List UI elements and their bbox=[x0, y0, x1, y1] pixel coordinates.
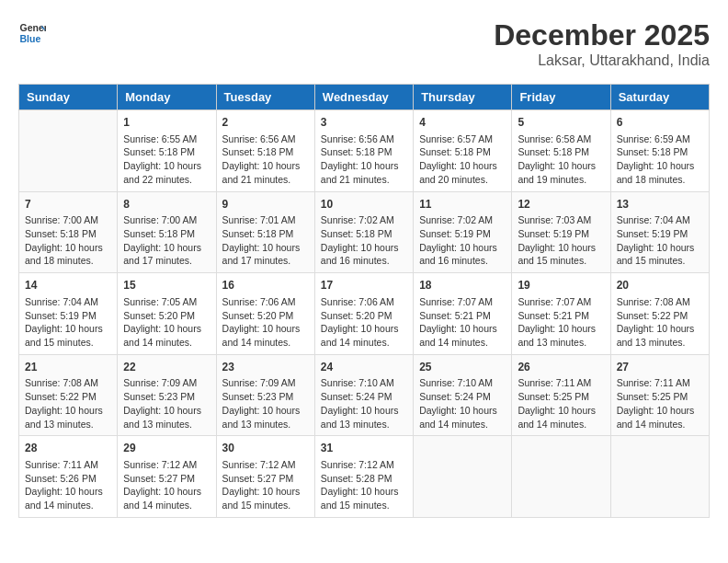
day-number: 8 bbox=[123, 197, 210, 213]
day-number: 18 bbox=[419, 278, 506, 293]
day-number: 4 bbox=[419, 115, 506, 131]
day-of-week-header: Monday bbox=[118, 85, 216, 110]
calendar-cell: 28Sunrise: 7:11 AM Sunset: 5:26 PM Dayli… bbox=[19, 436, 118, 518]
calendar-header: SundayMondayTuesdayWednesdayThursdayFrid… bbox=[19, 85, 710, 110]
day-of-week-header: Wednesday bbox=[314, 85, 413, 110]
calendar-cell: 1Sunrise: 6:55 AM Sunset: 5:18 PM Daylig… bbox=[118, 110, 216, 192]
day-header-row: SundayMondayTuesdayWednesdayThursdayFrid… bbox=[19, 85, 710, 110]
day-number: 9 bbox=[222, 197, 309, 213]
day-of-week-header: Tuesday bbox=[216, 85, 314, 110]
day-info: Sunrise: 6:55 AM Sunset: 5:18 PM Dayligh… bbox=[123, 132, 210, 187]
calendar-cell: 31Sunrise: 7:12 AM Sunset: 5:28 PM Dayli… bbox=[314, 436, 413, 518]
calendar-cell: 23Sunrise: 7:09 AM Sunset: 5:23 PM Dayli… bbox=[216, 354, 314, 436]
day-number: 19 bbox=[518, 278, 604, 293]
logo: General Blue bbox=[18, 18, 46, 46]
calendar-cell bbox=[19, 110, 118, 192]
calendar-week-row: 21Sunrise: 7:08 AM Sunset: 5:22 PM Dayli… bbox=[19, 354, 710, 436]
day-info: Sunrise: 7:00 AM Sunset: 5:18 PM Dayligh… bbox=[123, 213, 210, 268]
calendar-table: SundayMondayTuesdayWednesdayThursdayFrid… bbox=[18, 84, 710, 518]
calendar-cell: 8Sunrise: 7:00 AM Sunset: 5:18 PM Daylig… bbox=[118, 191, 216, 273]
day-info: Sunrise: 7:11 AM Sunset: 5:26 PM Dayligh… bbox=[25, 458, 111, 512]
day-of-week-header: Friday bbox=[512, 85, 610, 110]
day-number: 30 bbox=[222, 441, 309, 456]
calendar-cell: 13Sunrise: 7:04 AM Sunset: 5:19 PM Dayli… bbox=[610, 191, 709, 273]
calendar-cell bbox=[414, 436, 512, 518]
day-info: Sunrise: 7:12 AM Sunset: 5:27 PM Dayligh… bbox=[123, 458, 210, 512]
calendar-week-row: 1Sunrise: 6:55 AM Sunset: 5:18 PM Daylig… bbox=[19, 110, 710, 192]
calendar-cell: 20Sunrise: 7:08 AM Sunset: 5:22 PM Dayli… bbox=[610, 273, 709, 355]
location-subtitle: Laksar, Uttarakhand, India bbox=[494, 52, 710, 69]
day-number: 3 bbox=[321, 115, 407, 131]
calendar-cell: 29Sunrise: 7:12 AM Sunset: 5:27 PM Dayli… bbox=[118, 436, 216, 518]
day-number: 5 bbox=[518, 115, 604, 131]
calendar-cell: 27Sunrise: 7:11 AM Sunset: 5:25 PM Dayli… bbox=[610, 354, 709, 436]
calendar-week-row: 28Sunrise: 7:11 AM Sunset: 5:26 PM Dayli… bbox=[19, 436, 710, 518]
day-number: 10 bbox=[321, 197, 407, 213]
day-of-week-header: Thursday bbox=[414, 85, 512, 110]
day-of-week-header: Sunday bbox=[19, 85, 118, 110]
calendar-cell: 30Sunrise: 7:12 AM Sunset: 5:27 PM Dayli… bbox=[216, 436, 314, 518]
day-number: 28 bbox=[25, 441, 111, 456]
page-header: General Blue December 2025 Laksar, Uttar… bbox=[18, 18, 710, 69]
day-number: 2 bbox=[222, 115, 309, 131]
day-number: 24 bbox=[321, 360, 407, 375]
day-info: Sunrise: 7:07 AM Sunset: 5:21 PM Dayligh… bbox=[518, 295, 604, 350]
calendar-week-row: 7Sunrise: 7:00 AM Sunset: 5:18 PM Daylig… bbox=[19, 191, 710, 273]
calendar-cell: 26Sunrise: 7:11 AM Sunset: 5:25 PM Dayli… bbox=[512, 354, 610, 436]
day-number: 15 bbox=[123, 278, 210, 293]
day-number: 20 bbox=[617, 278, 703, 293]
day-number: 21 bbox=[25, 360, 111, 375]
day-number: 7 bbox=[25, 197, 111, 213]
calendar-cell: 3Sunrise: 6:56 AM Sunset: 5:18 PM Daylig… bbox=[314, 110, 413, 192]
calendar-cell: 21Sunrise: 7:08 AM Sunset: 5:22 PM Dayli… bbox=[19, 354, 118, 436]
day-info: Sunrise: 6:59 AM Sunset: 5:18 PM Dayligh… bbox=[617, 132, 703, 187]
day-info: Sunrise: 7:12 AM Sunset: 5:28 PM Dayligh… bbox=[321, 458, 407, 512]
day-info: Sunrise: 7:01 AM Sunset: 5:18 PM Dayligh… bbox=[222, 213, 309, 268]
calendar-cell: 22Sunrise: 7:09 AM Sunset: 5:23 PM Dayli… bbox=[118, 354, 216, 436]
calendar-cell: 10Sunrise: 7:02 AM Sunset: 5:18 PM Dayli… bbox=[314, 191, 413, 273]
calendar-cell bbox=[610, 436, 709, 518]
calendar-cell: 12Sunrise: 7:03 AM Sunset: 5:19 PM Dayli… bbox=[512, 191, 610, 273]
day-number: 25 bbox=[419, 360, 506, 375]
day-number: 12 bbox=[518, 197, 604, 213]
month-year-title: December 2025 bbox=[494, 18, 710, 52]
calendar-cell: 16Sunrise: 7:06 AM Sunset: 5:20 PM Dayli… bbox=[216, 273, 314, 355]
day-info: Sunrise: 7:02 AM Sunset: 5:19 PM Dayligh… bbox=[419, 213, 506, 268]
calendar-cell: 5Sunrise: 6:58 AM Sunset: 5:18 PM Daylig… bbox=[512, 110, 610, 192]
day-info: Sunrise: 7:05 AM Sunset: 5:20 PM Dayligh… bbox=[123, 295, 210, 350]
logo-icon: General Blue bbox=[18, 18, 46, 46]
day-info: Sunrise: 7:10 AM Sunset: 5:24 PM Dayligh… bbox=[321, 376, 407, 431]
day-info: Sunrise: 7:00 AM Sunset: 5:18 PM Dayligh… bbox=[25, 213, 111, 268]
calendar-cell: 9Sunrise: 7:01 AM Sunset: 5:18 PM Daylig… bbox=[216, 191, 314, 273]
calendar-cell: 7Sunrise: 7:00 AM Sunset: 5:18 PM Daylig… bbox=[19, 191, 118, 273]
svg-text:Blue: Blue bbox=[20, 33, 41, 44]
day-of-week-header: Saturday bbox=[610, 85, 709, 110]
calendar-body: 1Sunrise: 6:55 AM Sunset: 5:18 PM Daylig… bbox=[19, 110, 710, 518]
day-number: 26 bbox=[518, 360, 604, 375]
day-number: 13 bbox=[617, 197, 703, 213]
title-block: December 2025 Laksar, Uttarakhand, India bbox=[494, 18, 710, 69]
day-info: Sunrise: 7:09 AM Sunset: 5:23 PM Dayligh… bbox=[222, 376, 309, 431]
day-info: Sunrise: 6:57 AM Sunset: 5:18 PM Dayligh… bbox=[419, 132, 506, 187]
day-info: Sunrise: 7:12 AM Sunset: 5:27 PM Dayligh… bbox=[222, 458, 309, 512]
day-info: Sunrise: 7:02 AM Sunset: 5:18 PM Dayligh… bbox=[321, 213, 407, 268]
day-info: Sunrise: 7:04 AM Sunset: 5:19 PM Dayligh… bbox=[25, 295, 111, 350]
day-number: 11 bbox=[419, 197, 506, 213]
day-info: Sunrise: 7:08 AM Sunset: 5:22 PM Dayligh… bbox=[617, 295, 703, 350]
calendar-cell: 15Sunrise: 7:05 AM Sunset: 5:20 PM Dayli… bbox=[118, 273, 216, 355]
day-number: 16 bbox=[222, 278, 309, 293]
day-info: Sunrise: 7:09 AM Sunset: 5:23 PM Dayligh… bbox=[123, 376, 210, 431]
day-number: 14 bbox=[25, 278, 111, 293]
day-number: 22 bbox=[123, 360, 210, 375]
day-number: 17 bbox=[321, 278, 407, 293]
calendar-cell: 25Sunrise: 7:10 AM Sunset: 5:24 PM Dayli… bbox=[414, 354, 512, 436]
day-info: Sunrise: 7:04 AM Sunset: 5:19 PM Dayligh… bbox=[617, 213, 703, 268]
calendar-cell bbox=[512, 436, 610, 518]
calendar-week-row: 14Sunrise: 7:04 AM Sunset: 5:19 PM Dayli… bbox=[19, 273, 710, 355]
day-info: Sunrise: 7:11 AM Sunset: 5:25 PM Dayligh… bbox=[617, 376, 703, 431]
day-number: 1 bbox=[123, 115, 210, 131]
day-number: 23 bbox=[222, 360, 309, 375]
calendar-cell: 19Sunrise: 7:07 AM Sunset: 5:21 PM Dayli… bbox=[512, 273, 610, 355]
calendar-cell: 14Sunrise: 7:04 AM Sunset: 5:19 PM Dayli… bbox=[19, 273, 118, 355]
day-info: Sunrise: 7:07 AM Sunset: 5:21 PM Dayligh… bbox=[419, 295, 506, 350]
